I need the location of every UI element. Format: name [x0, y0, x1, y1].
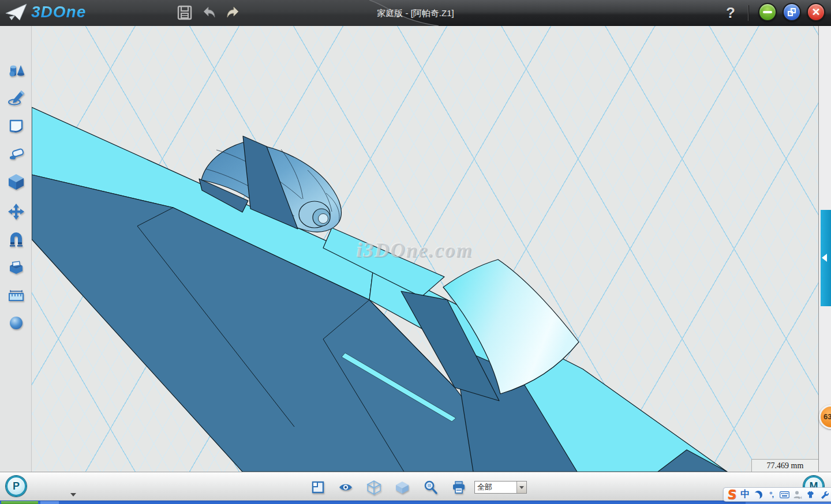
paper-plane-icon [5, 3, 28, 21]
user-icon: 14 [793, 490, 802, 499]
save-button[interactable] [174, 2, 195, 23]
view-plane-button[interactable] [309, 480, 327, 495]
taskbar-active-segment[interactable] [40, 501, 59, 504]
printer-icon [451, 480, 466, 494]
eye-icon [338, 481, 353, 494]
ime-logo[interactable]: S [725, 488, 739, 501]
zoom-button[interactable] [422, 480, 439, 495]
tool-sketch-draw[interactable] [5, 87, 27, 109]
profile-dropdown-caret[interactable] [70, 493, 76, 497]
tool-move[interactable] [5, 201, 27, 223]
status-bar: P [0, 472, 831, 501]
keyboard-icon [780, 491, 789, 498]
eraser-icon [8, 145, 25, 163]
ime-skin[interactable] [805, 488, 817, 501]
cube-icon [8, 173, 25, 190]
ime-toolbar: S 中 °, 14 [723, 487, 831, 502]
ruler-icon [8, 287, 25, 304]
wireframe-display-button[interactable] [365, 480, 383, 495]
print-button[interactable] [450, 480, 467, 495]
moon-icon [754, 491, 762, 499]
redo-button[interactable] [223, 2, 244, 23]
minimize-button[interactable] [758, 3, 777, 21]
ime-settings[interactable] [818, 488, 830, 501]
close-button[interactable]: ✕ [807, 3, 825, 21]
tool-sketch-surface[interactable] [5, 115, 27, 137]
magnet-icon [8, 231, 25, 248]
sketch-pen-icon [8, 89, 25, 107]
sketch-surface-icon [8, 117, 25, 134]
undo-button[interactable] [199, 2, 219, 23]
tool-feature-solid[interactable] [5, 171, 27, 193]
open-box-icon [8, 258, 25, 276]
viewport-3d[interactable]: i3DOne.com [32, 26, 818, 472]
display-filter-value: 全部 [475, 482, 516, 493]
save-icon [177, 5, 193, 21]
display-filter-dropdown[interactable]: 全部 [474, 481, 527, 494]
tool-constraint-magnet[interactable] [5, 228, 27, 250]
ime-passport[interactable]: 14 [792, 488, 804, 501]
tool-material-render[interactable] [5, 312, 27, 334]
ime-punctuation-toggle[interactable]: °, [765, 488, 777, 501]
close-icon: ✕ [811, 7, 820, 17]
minimize-icon [763, 11, 772, 13]
wrench-icon [819, 490, 829, 499]
ime-soft-keyboard[interactable] [778, 488, 791, 501]
svg-text:14: 14 [798, 496, 802, 499]
magnifier-icon [423, 480, 438, 495]
chevron-down-icon [519, 486, 524, 489]
brand-text: 3DOne [31, 3, 86, 21]
redo-icon [224, 5, 242, 21]
primitive-solids-icon [8, 61, 25, 78]
undo-icon [200, 5, 218, 21]
ime-language-mode[interactable]: 中 [739, 488, 751, 501]
tshirt-icon [806, 490, 815, 499]
dropdown-arrow-button[interactable] [516, 482, 526, 493]
app-logo: 3DOne [5, 3, 86, 21]
restore-icon [788, 8, 796, 16]
visibility-button[interactable] [337, 480, 354, 495]
help-button[interactable]: ? [720, 1, 741, 24]
restore-button[interactable] [783, 3, 801, 21]
tool-special-edit[interactable] [5, 143, 27, 165]
view-plane-icon [311, 480, 325, 494]
measurement-readout: 77.469 mm [751, 459, 818, 472]
taskbar-start-segment[interactable] [1, 501, 38, 504]
model-snout-core [319, 214, 328, 224]
model-3d[interactable] [32, 26, 818, 472]
profile-button[interactable]: P [6, 476, 27, 497]
titlebar-separator [748, 5, 748, 21]
left-toolbar [0, 26, 32, 472]
tool-assembly-box[interactable] [5, 256, 27, 278]
tool-primitive-solids[interactable] [5, 59, 27, 81]
ime-fullwidth-toggle[interactable] [753, 488, 765, 501]
tool-measure-ruler[interactable] [5, 284, 27, 306]
taskbar-strip [0, 501, 831, 504]
sphere-icon [8, 314, 25, 332]
chevron-left-icon [822, 254, 827, 262]
titlebar: 3DOne 家庭版 - [阿帕奇.Z1] ? ✕ [0, 0, 831, 26]
wireframe-cube-icon [366, 480, 381, 495]
window-title: 家庭版 - [阿帕奇.Z1] [242, 0, 589, 26]
shaded-display-button[interactable] [394, 480, 411, 495]
move-arrows-icon [8, 203, 25, 220]
panel-expand-tab[interactable] [821, 210, 831, 306]
shaded-cube-icon [395, 480, 410, 494]
